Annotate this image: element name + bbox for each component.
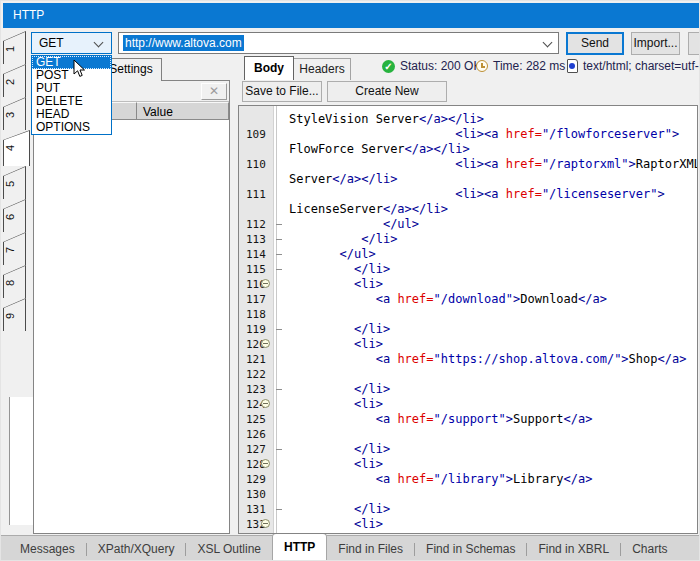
code-line: LicenseServer</a></li>: [239, 202, 697, 217]
method-option-options[interactable]: OPTIONS: [32, 121, 111, 134]
tab-body[interactable]: Body: [244, 56, 294, 80]
code-line: <a href="https://www.altova.com/">: [239, 532, 697, 534]
page-tab-5[interactable]: 5: [3, 166, 26, 199]
code-text: </ul>: [289, 217, 419, 232]
code-text: </li>: [289, 382, 390, 397]
line-number: 122: [246, 367, 272, 382]
code-line: 113 </li>: [239, 232, 697, 247]
code-text: </li>: [289, 232, 397, 247]
page-tab-9[interactable]: 9: [3, 298, 26, 331]
response-body-editor[interactable]: StyleVision Server</a></li>109 <li><a hr…: [238, 105, 698, 534]
line-number: 125: [246, 412, 272, 427]
code-line: 126: [239, 427, 697, 442]
output-tab-xsl-outline[interactable]: XSL Outline: [186, 536, 272, 561]
method-select[interactable]: GET: [31, 32, 112, 54]
code-text: <li><a href="/flowforceserver">: [289, 127, 679, 142]
column-header-value[interactable]: Value: [137, 102, 229, 120]
tab-number: 2: [4, 79, 16, 85]
line-number: 112: [246, 217, 272, 232]
output-tab-find-in-xbrl[interactable]: Find in XBRL: [527, 536, 620, 561]
page-tab-3[interactable]: 3: [3, 97, 26, 130]
status-ok-icon: ✓: [382, 60, 395, 73]
send-button[interactable]: Send: [566, 32, 624, 55]
code-line: 112 </ul>: [239, 217, 697, 232]
code-line: 120 <li>: [239, 337, 697, 352]
code-text: <a href="/library">Library</a>: [289, 472, 592, 487]
output-tab-find-in-files[interactable]: Find in Files: [327, 536, 414, 561]
chevron-down-icon: [94, 38, 104, 48]
line-number: 113: [246, 232, 272, 247]
code-line: 121 <a href="https://shop.altova.com/">S…: [239, 352, 697, 367]
fold-collapse-icon[interactable]: [261, 519, 270, 528]
fold-collapse-icon[interactable]: [261, 279, 270, 288]
code-line: 115 </li>: [239, 262, 697, 277]
code-line: Server</a></li>: [239, 172, 697, 187]
url-selected-text: http://www.altova.com: [123, 35, 244, 51]
code-line: 117 <a href="/download">Download</a>: [239, 292, 697, 307]
fold-collapse-icon[interactable]: [261, 339, 270, 348]
code-text: <a href="/download">Download</a>: [289, 292, 607, 307]
clipped-edge-button[interactable]: [688, 32, 700, 55]
code-text: <li>: [289, 277, 383, 292]
method-dropdown-list: GETPOSTPUTDELETEHEADOPTIONS: [31, 55, 112, 135]
line-number: 130: [246, 487, 272, 502]
tab-headers[interactable]: Headers: [294, 58, 351, 80]
output-tab-xpath-xquery[interactable]: XPath/XQuery: [87, 536, 186, 561]
code-line: 114 </ul>: [239, 247, 697, 262]
page-tab-1[interactable]: 1: [3, 31, 26, 64]
code-line: 125 <a href="/support">Support</a>: [239, 412, 697, 427]
code-text: <li>: [289, 397, 383, 412]
request-page-tabs: 123456789: [3, 31, 33, 331]
output-tab-charts[interactable]: Charts: [621, 536, 678, 561]
document-icon: [567, 59, 578, 73]
left-panel-body-extension: [9, 397, 33, 525]
code-line: 119 </li>: [239, 322, 697, 337]
save-to-file-button[interactable]: Save to File...: [242, 81, 322, 102]
line-number: 117: [246, 292, 272, 307]
page-tab-4[interactable]: 4: [3, 130, 30, 166]
code-line: 109 <li><a href="/flowforceserver">: [239, 127, 697, 142]
tab-number: 8: [4, 280, 16, 286]
code-text: <a href="/support">Support</a>: [289, 412, 592, 427]
output-tab-find-in-schemas[interactable]: Find in Schemas: [415, 536, 526, 561]
code-line: 110 <li><a href="/raptorxml">RaptorXML: [239, 157, 697, 172]
page-tab-2[interactable]: 2: [3, 64, 26, 97]
tab-number: 7: [4, 247, 16, 253]
code-rows: StyleVision Server</a></li>109 <li><a hr…: [239, 112, 697, 534]
url-input[interactable]: http://www.altova.com: [118, 32, 559, 54]
page-tab-7[interactable]: 7: [3, 232, 26, 265]
line-number: 123: [246, 382, 272, 397]
code-text: <a href="https://www.altova.com/">: [289, 532, 621, 534]
line-number: 119: [246, 322, 272, 337]
code-text: <li>: [289, 517, 383, 532]
code-text: <li><a href="/raptorxml">RaptorXML: [289, 157, 698, 172]
code-line: StyleVision Server</a></li>: [239, 112, 697, 127]
fold-collapse-icon[interactable]: [261, 399, 270, 408]
code-line: 118: [239, 307, 697, 322]
line-number: 114: [246, 247, 272, 262]
line-number: 131: [246, 502, 272, 517]
code-line: 124 <li>: [239, 397, 697, 412]
output-window-tabs: MessagesXPath/XQueryXSL OutlineHTTPFind …: [1, 535, 700, 561]
output-tab-http[interactable]: HTTP: [272, 533, 327, 561]
page-tab-8[interactable]: 8: [3, 265, 26, 298]
code-line: 129 <a href="/library">Library</a>: [239, 472, 697, 487]
tab-number: 4: [4, 145, 16, 151]
page-tab-6[interactable]: 6: [3, 199, 26, 232]
output-tab-messages[interactable]: Messages: [9, 536, 86, 561]
tab-number: 5: [4, 181, 16, 187]
clear-parameters-button[interactable]: ✕: [201, 83, 227, 100]
import-button[interactable]: Import...: [631, 32, 680, 55]
fold-end-tick: [276, 224, 282, 225]
code-line: 122: [239, 367, 697, 382]
code-line: 128 <li>: [239, 457, 697, 472]
tab-number: 3: [4, 112, 16, 118]
code-text: StyleVision Server</a></li>: [289, 112, 484, 127]
code-line: 127 </li>: [239, 442, 697, 457]
fold-collapse-icon[interactable]: [261, 459, 270, 468]
panel-title-bar[interactable]: HTTP: [3, 3, 699, 28]
create-new-document-button[interactable]: Create New Document: [327, 81, 447, 102]
http-output-window: HTTP 123456789 ✕ Value Settings GET http…: [0, 0, 700, 561]
time-text: Time: 282 ms: [493, 59, 565, 73]
mouse-cursor: [73, 59, 86, 78]
